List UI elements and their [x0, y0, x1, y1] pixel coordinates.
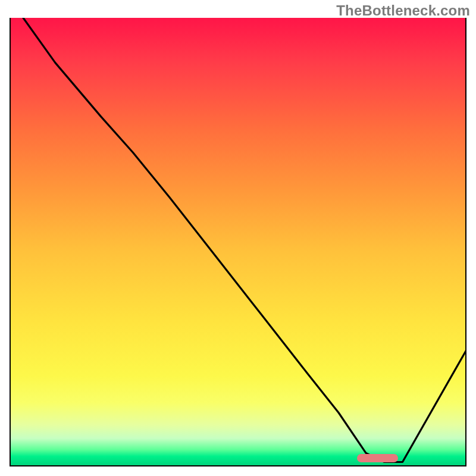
chart-frame: TheBottleneck.com: [0, 0, 476, 476]
optimal-range-marker: [357, 454, 398, 462]
bottleneck-curve: [23, 18, 466, 462]
plot-area: [10, 18, 466, 466]
curve-overlay: [10, 18, 466, 466]
watermark-text: TheBottleneck.com: [336, 2, 470, 19]
